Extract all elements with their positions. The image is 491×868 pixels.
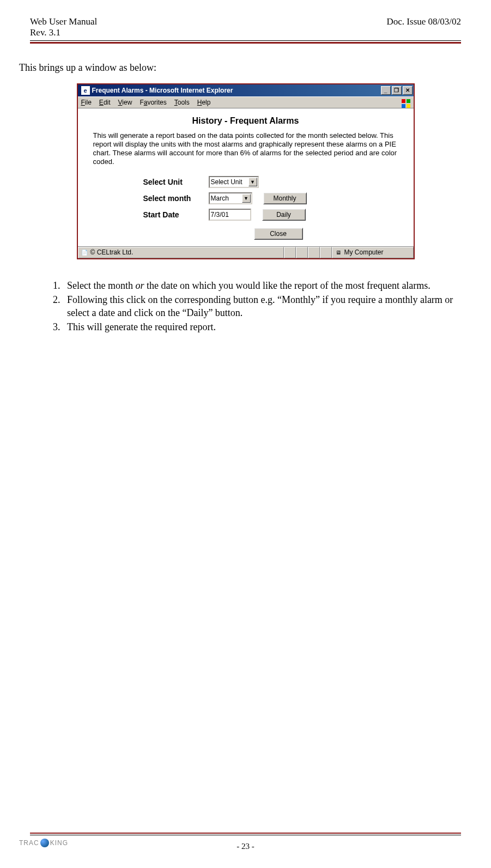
instruction-2: Following this click on the correspondin… xyxy=(63,293,461,320)
status-text: © CELtrak Ltd. xyxy=(90,248,134,256)
titlebar: e Frequent Alarms - Microsoft Internet E… xyxy=(78,84,414,96)
menubar: File Edit View Favorites Tools Help xyxy=(78,96,414,108)
menu-favorites[interactable]: Favorites xyxy=(140,99,166,106)
chevron-down-icon: ▼ xyxy=(248,178,257,186)
status-spacer xyxy=(320,247,332,258)
ie-icon: e xyxy=(81,86,90,95)
page-number: - 23 - xyxy=(237,842,254,851)
instruction-1: Select the month or the date on which yo… xyxy=(63,279,461,292)
instruction-3: This will generate the required report. xyxy=(63,320,461,333)
page-description: This will generate a report based on the… xyxy=(78,131,414,167)
menu-file[interactable]: File xyxy=(81,99,92,106)
select-month-dropdown[interactable]: March ▼ xyxy=(209,192,252,204)
chevron-down-icon: ▼ xyxy=(242,194,251,203)
status-spacer xyxy=(296,247,308,258)
globe-icon xyxy=(40,839,49,847)
intro-text: This brings up a window as below: xyxy=(19,62,461,74)
daily-button[interactable]: Daily xyxy=(262,209,306,221)
menu-tools[interactable]: Tools xyxy=(174,99,190,106)
windows-logo-icon xyxy=(401,98,411,108)
ie-page-icon: 📄 xyxy=(81,248,88,256)
doc-issue: Doc. Issue 08/03/02 xyxy=(387,16,461,27)
status-zone: My Computer xyxy=(344,248,384,256)
page-footer: TRACKING - 23 - xyxy=(30,833,461,854)
menu-view[interactable]: View xyxy=(118,99,132,106)
label-select-unit: Select Unit xyxy=(143,178,209,186)
maximize-button[interactable]: ❐ xyxy=(392,86,402,95)
start-date-input[interactable]: 7/3/01 xyxy=(209,209,251,221)
doc-rev: Rev. 3.1 xyxy=(30,27,97,38)
window-title: Frequent Alarms - Microsoft Internet Exp… xyxy=(92,87,381,94)
footer-logo: TRACKING xyxy=(19,839,68,847)
label-start-date: Start Date xyxy=(143,210,209,219)
close-window-button[interactable]: ✕ xyxy=(403,86,413,95)
select-unit-dropdown[interactable]: Select Unit ▼ xyxy=(209,176,259,188)
start-date-value: 7/3/01 xyxy=(211,211,229,218)
instructions: Select the month or the date on which yo… xyxy=(30,279,461,334)
select-month-value: March xyxy=(211,195,229,202)
ie-window: e Frequent Alarms - Microsoft Internet E… xyxy=(77,83,415,259)
menu-help[interactable]: Help xyxy=(197,99,211,106)
computer-icon: 🖥 xyxy=(335,248,342,256)
status-spacer xyxy=(284,247,296,258)
menu-edit[interactable]: Edit xyxy=(99,99,111,106)
minimize-button[interactable]: _ xyxy=(381,86,391,95)
doc-title: Web User Manual xyxy=(30,16,97,27)
page-heading: History - Frequent Alarms xyxy=(78,116,414,126)
label-select-month: Select month xyxy=(143,194,209,203)
header-rule xyxy=(30,40,461,44)
monthly-button[interactable]: Monthly xyxy=(263,192,307,204)
select-unit-value: Select Unit xyxy=(211,178,243,186)
close-button[interactable]: Close xyxy=(254,228,303,240)
page-header: Web User Manual Rev. 3.1 Doc. Issue 08/0… xyxy=(30,16,461,38)
statusbar: 📄 © CELtrak Ltd. 🖥 My Computer xyxy=(78,246,414,258)
status-spacer xyxy=(308,247,320,258)
